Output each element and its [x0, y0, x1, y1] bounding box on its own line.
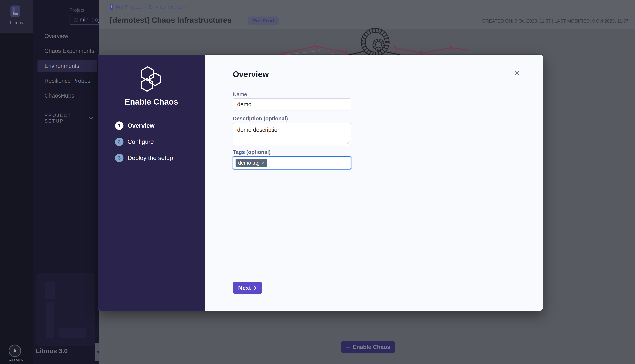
icon-rail: Litmus A ADMIN [0, 0, 33, 364]
wizard-step-deploy[interactable]: 3 Deploy the setup [115, 154, 173, 162]
chaos-sketch-illustration [276, 28, 469, 55]
breadcrumb-link-my-project[interactable]: My Project [116, 4, 142, 10]
breadcrumb-link-environments[interactable]: Environments [149, 4, 182, 10]
text-cursor [271, 160, 271, 166]
project-setup-toggle[interactable]: PROJECT SETUP [45, 114, 93, 122]
admin-label: ADMIN [0, 358, 33, 362]
wizard-title: Enable Chaos [98, 97, 205, 106]
breadcrumb-separator: › [144, 4, 146, 10]
tag-chip: demo tag × [236, 159, 267, 167]
enable-chaos-button[interactable]: + Enable Chaos [341, 341, 395, 353]
sidebar-item-chaoshubs[interactable]: ChaosHubs [35, 88, 98, 103]
project-setup-label: PROJECT SETUP [45, 112, 89, 124]
hexagons-logo-icon [136, 65, 167, 94]
project-label: Project [69, 7, 84, 13]
tags-input[interactable]: demo tag × [233, 156, 351, 170]
wizard-step-configure[interactable]: 2 Configure [115, 138, 173, 146]
next-button[interactable]: Next [233, 282, 262, 294]
version-label: Litmus 3.0 [36, 347, 68, 355]
resize-handle-icon[interactable] [346, 140, 350, 144]
step-number: 2 [115, 138, 123, 146]
breadcrumb: My Project › Environments › [110, 3, 187, 11]
step-number: 1 [115, 122, 123, 130]
description-textarea[interactable]: demo description [233, 123, 351, 145]
page-title: [demotest] Chaos Infrastructures [110, 16, 232, 24]
breadcrumb-separator: › [185, 4, 187, 10]
litmus-app: Litmus A ADMIN Project admin-project Ove… [0, 0, 635, 364]
name-input[interactable] [233, 98, 351, 110]
brand-label: Litmus [0, 20, 33, 25]
environment-type-badge: Pre-Prod [248, 16, 279, 25]
step-number: 3 [115, 154, 123, 162]
close-icon [514, 70, 521, 76]
sidebar-item-chaos-experiments[interactable]: Chaos Experiments [35, 44, 98, 58]
sidebar-item-overview[interactable]: Overview [35, 28, 98, 44]
chevron-left-icon [97, 350, 99, 354]
created-modified-meta: CREATED ON: 9 Oct 2023, 11:37 | LAST MOD… [482, 18, 628, 24]
form-heading: Overview [233, 70, 269, 79]
chevron-right-icon [254, 286, 257, 290]
name-label: Name [233, 91, 247, 98]
sidebar-item-resilience-probes[interactable]: Resilience Probes [35, 74, 98, 88]
breadcrumb-logo-icon [110, 4, 113, 10]
sidebar-illustration [36, 273, 95, 346]
enable-chaos-modal: Enable Chaos 1 Overview 2 Configure 3 De… [98, 55, 543, 310]
description-label: Description (optional) [233, 116, 288, 122]
litmus-logo[interactable] [11, 6, 20, 17]
sidebar-item-environments[interactable]: Environments [38, 60, 97, 72]
plus-icon: + [346, 344, 350, 351]
wizard-panel: Enable Chaos 1 Overview 2 Configure 3 De… [98, 55, 205, 310]
wizard-steps: 1 Overview 2 Configure 3 Deploy the setu… [115, 122, 173, 162]
remove-tag-icon[interactable]: × [262, 160, 265, 166]
admin-avatar[interactable]: A [9, 344, 21, 357]
sidebar-divider [44, 108, 92, 108]
close-modal-button[interactable] [512, 68, 522, 78]
chevron-down-icon [89, 117, 93, 120]
wizard-step-overview[interactable]: 1 Overview [115, 122, 173, 130]
litmus-logo-glyph [13, 7, 15, 12]
tags-label: Tags (optional) [233, 149, 271, 155]
